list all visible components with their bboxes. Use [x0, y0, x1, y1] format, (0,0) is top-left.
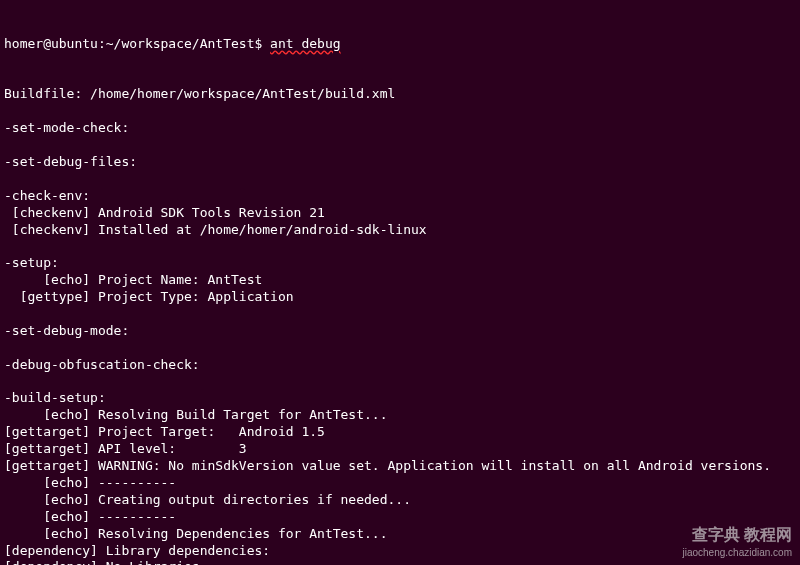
output-line	[4, 171, 796, 188]
output-line: [checkenv] Installed at /home/homer/andr…	[4, 222, 796, 239]
watermark-sub: jiaocheng.chazidian.com	[682, 546, 792, 559]
output-line: [echo] Creating output directories if ne…	[4, 492, 796, 509]
output-block: Buildfile: /home/homer/workspace/AntTest…	[4, 86, 796, 565]
output-line: [gettype] Project Type: Application	[4, 289, 796, 306]
typed-command: ant debug	[270, 36, 340, 51]
watermark-main: 查字典 教程网	[682, 525, 792, 546]
output-line: -set-debug-mode:	[4, 323, 796, 340]
output-line: [echo] Resolving Build Target for AntTes…	[4, 407, 796, 424]
output-line: -setup:	[4, 255, 796, 272]
output-line: Buildfile: /home/homer/workspace/AntTest…	[4, 86, 796, 103]
output-line: [echo] Resolving Dependencies for AntTes…	[4, 526, 796, 543]
output-line	[4, 137, 796, 154]
output-line: -debug-obfuscation-check:	[4, 357, 796, 374]
output-line: [gettarget] API level: 3	[4, 441, 796, 458]
watermark: 查字典 教程网 jiaocheng.chazidian.com	[682, 525, 792, 559]
output-line: [gettarget] Project Target: Android 1.5	[4, 424, 796, 441]
shell-prompt: homer@ubuntu:~/workspace/AntTest$	[4, 36, 270, 51]
output-line	[4, 103, 796, 120]
output-line: [echo] ----------	[4, 475, 796, 492]
output-line: [echo] Project Name: AntTest	[4, 272, 796, 289]
terminal-output[interactable]: homer@ubuntu:~/workspace/AntTest$ ant de…	[4, 2, 796, 565]
output-line	[4, 340, 796, 357]
output-line	[4, 306, 796, 323]
output-line: [gettarget] WARNING: No minSdkVersion va…	[4, 458, 796, 475]
output-line: -set-mode-check:	[4, 120, 796, 137]
prompt-line: homer@ubuntu:~/workspace/AntTest$ ant de…	[4, 36, 796, 53]
output-line: -set-debug-files:	[4, 154, 796, 171]
output-line: [dependency] Library dependencies:	[4, 543, 796, 560]
output-line: [dependency] No Libraries	[4, 559, 796, 565]
output-line	[4, 374, 796, 391]
output-line	[4, 238, 796, 255]
output-line: [checkenv] Android SDK Tools Revision 21	[4, 205, 796, 222]
output-line: -build-setup:	[4, 390, 796, 407]
output-line: [echo] ----------	[4, 509, 796, 526]
output-line: -check-env:	[4, 188, 796, 205]
